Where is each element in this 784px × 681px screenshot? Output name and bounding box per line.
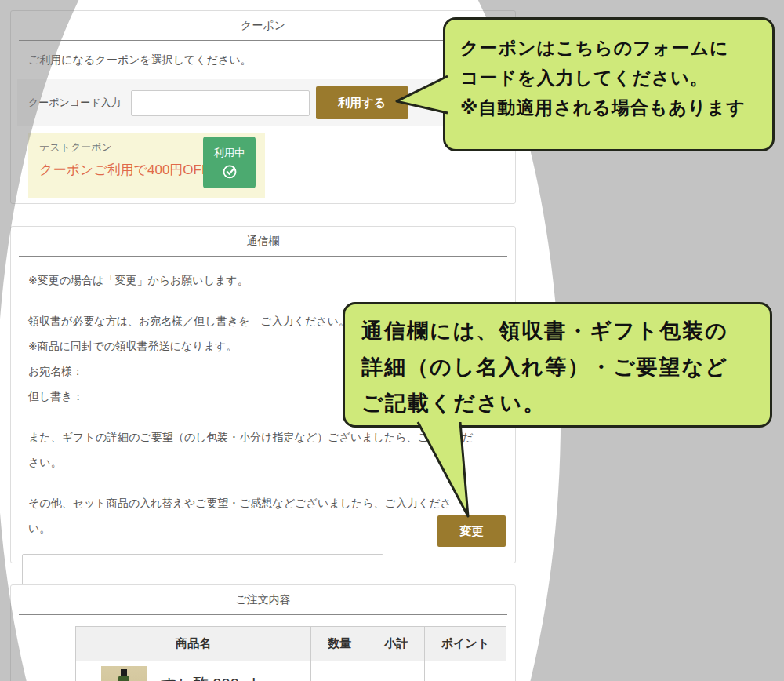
message-tip-line: 通信欄には、領収書・ギフト包装の xyxy=(361,313,753,349)
message-section-title: 通信欄 xyxy=(11,227,515,249)
quantity-cell xyxy=(311,661,368,681)
coupon-tip-line: ※自動適用される場合もあります xyxy=(460,93,757,122)
message-line: その他、セット商品の入れ替えやご要望・ご感想などございましたら、ご入力くださ xyxy=(28,490,515,515)
coupon-status-badge: 利用中 xyxy=(203,137,256,188)
title-divider xyxy=(19,256,507,257)
bottle-body xyxy=(118,676,129,681)
subtotal-cell xyxy=(368,661,425,681)
header-points: ポイント xyxy=(425,627,506,661)
coupon-section: クーポン ご利用になるクーポンを選択してください。 クーポンコード入力 利用する… xyxy=(10,10,516,204)
coupon-code-input[interactable] xyxy=(131,90,310,116)
order-section: ご注文内容 商品名 数量 小計 ポイント xyxy=(10,584,516,681)
status-badge-label: 利用中 xyxy=(214,146,245,160)
product-image xyxy=(101,666,147,681)
message-line: また、ギフトの詳細のご要望（のし包装・小分け指定など）ございましたら、ご入力くだ xyxy=(28,424,515,450)
message-tip-line: ご記載ください。 xyxy=(361,385,753,421)
coupon-section-title: クーポン xyxy=(11,11,515,33)
apply-coupon-button[interactable]: 利用する xyxy=(316,86,408,119)
title-divider xyxy=(19,40,507,41)
order-table-row: すし酢 900ml xyxy=(76,661,506,681)
header-subtotal: 小計 xyxy=(368,627,425,661)
coupon-ticket[interactable]: テストクーポン クーポンご利用で400円OFF 利用中 xyxy=(28,133,265,198)
product-cell: すし酢 900ml xyxy=(76,661,310,681)
change-button[interactable]: 変更 xyxy=(437,515,506,547)
header-quantity: 数量 xyxy=(311,627,368,661)
message-note: ※変更の場合は「変更」からお願いします。 xyxy=(28,268,515,293)
title-divider xyxy=(19,614,507,615)
order-table-header-row: 商品名 数量 小計 ポイント xyxy=(76,627,506,661)
points-cell xyxy=(425,661,506,681)
coupon-tip-bubble: クーポンはこちらのフォームに コードを入力してください。 ※自動適用される場合も… xyxy=(443,17,775,151)
product-name: すし酢 900ml xyxy=(161,674,256,681)
order-section-title: ご注文内容 xyxy=(11,585,515,607)
order-table: 商品名 数量 小計 ポイント すし酢 900ml xyxy=(75,626,506,681)
coupon-tip-line: クーポンはこちらのフォームに xyxy=(460,33,757,63)
checkout-page: クーポン ご利用になるクーポンを選択してください。 クーポンコード入力 利用する… xyxy=(0,0,784,681)
message-tip-line: 詳細（のし名入れ等）・ご要望など xyxy=(361,349,753,385)
header-product: 商品名 xyxy=(76,627,311,661)
coupon-code-row: クーポンコード入力 利用する xyxy=(17,79,509,126)
message-tip-bubble: 通信欄には、領収書・ギフト包装の 詳細（のし名入れ等）・ご要望など ご記載くださ… xyxy=(343,302,772,428)
coupon-code-label: クーポンコード入力 xyxy=(28,96,122,110)
coupon-lead-text: ご利用になるクーポンを選択してください。 xyxy=(28,53,515,67)
message-line: さい。 xyxy=(28,450,515,475)
coupon-tip-line: コードを入力してください。 xyxy=(460,63,757,93)
check-circle-icon xyxy=(221,162,238,180)
